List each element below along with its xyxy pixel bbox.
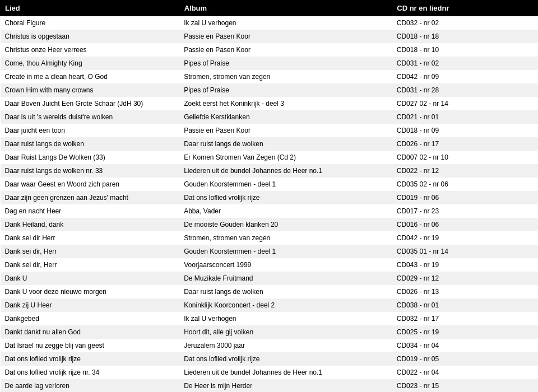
cell-album: Passie en Pasen Koor bbox=[179, 43, 392, 57]
cell-lied: Choral Figure bbox=[1, 16, 180, 30]
table-row: Daar ruist langs de wolkenDaar ruist lan… bbox=[1, 137, 538, 151]
cell-album: Zoekt eerst het Koninkrijk - deel 3 bbox=[179, 97, 392, 110]
cell-lied: Daar ruist langs de wolken bbox=[1, 137, 180, 151]
cell-lied: Dank U bbox=[1, 272, 180, 285]
table-row: Dank UDe Muzikale FruitmandCD029 - nr 12 bbox=[1, 272, 538, 285]
cell-lied: Dank Heiland, dank bbox=[1, 218, 180, 231]
cell-album: Daar ruist langs de wolken bbox=[179, 285, 392, 298]
cell-cd: CD018 - nr 18 bbox=[392, 30, 538, 43]
cell-cd: CD032 - nr 17 bbox=[392, 312, 538, 325]
table-row: Dat ons loflied vrolijk rijze nr. 34Lied… bbox=[1, 366, 538, 379]
cell-album: Dat ons loflied vrolijk rijze bbox=[179, 191, 392, 204]
cell-lied: Dank sei dir Herr bbox=[1, 231, 180, 245]
cell-cd: CD025 - nr 19 bbox=[392, 325, 538, 339]
cell-cd: CD018 - nr 10 bbox=[392, 43, 538, 57]
table-row: Daar Ruist Langs De Wolken (33)Er Komen … bbox=[1, 151, 538, 164]
cell-cd: CD007 02 - nr 10 bbox=[392, 151, 538, 164]
table-row: Dag en nacht HeerAbba, VaderCD017 - nr 2… bbox=[1, 204, 538, 218]
cell-cd: CD019 - nr 05 bbox=[392, 352, 538, 366]
cell-lied: Daar zijn geen grenzen aan Jezus' macht bbox=[1, 191, 180, 204]
cell-lied: Come, thou Almighty King bbox=[1, 57, 180, 70]
cell-lied: Dat Israel nu zegge blij van geest bbox=[1, 339, 180, 352]
table-row: Create in me a clean heart, O GodStromen… bbox=[1, 70, 538, 83]
cell-album: Abba, Vader bbox=[179, 204, 392, 218]
cell-cd: CD035 01 - nr 14 bbox=[392, 245, 538, 258]
header-lied: Lied bbox=[1, 1, 180, 16]
cell-cd: CD022 - nr 12 bbox=[392, 164, 538, 178]
header-album: Album bbox=[179, 1, 392, 16]
cell-lied: Dag en nacht Heer bbox=[1, 204, 180, 218]
cell-cd: CD043 - nr 19 bbox=[392, 258, 538, 272]
cell-album: Ik zal U verhogen bbox=[179, 312, 392, 325]
table-row: Daar ruist langs de wolken nr. 33Liedere… bbox=[1, 164, 538, 178]
table-row: Daar waar Geest en Woord zich parenGoude… bbox=[1, 178, 538, 191]
table-row: Daar Boven Juicht Een Grote Schaar (JdH … bbox=[1, 97, 538, 110]
cell-lied: Daar Boven Juicht Een Grote Schaar (JdH … bbox=[1, 97, 180, 110]
cell-album: De Muzikale Fruitmand bbox=[179, 272, 392, 285]
cell-lied: Dankt dankt nu allen God bbox=[1, 325, 180, 339]
cell-lied: Dank U voor deze nieuwe morgen bbox=[1, 285, 180, 298]
table-row: Daar juicht een toonPassie en Pasen Koor… bbox=[1, 124, 538, 137]
cell-album: Daar ruist langs de wolken bbox=[179, 137, 392, 151]
songs-table: Lied Album CD nr en liednr Choral Figure… bbox=[0, 0, 538, 392]
cell-cd: CD027 02 - nr 14 bbox=[392, 97, 538, 110]
table-row: Crown Him with many crownsPipes of Prais… bbox=[1, 83, 538, 97]
cell-lied: Daar Ruist Langs De Wolken (33) bbox=[1, 151, 180, 164]
cell-cd: CD042 - nr 09 bbox=[392, 70, 538, 83]
table-row: DankgebedIk zal U verhogenCD032 - nr 17 bbox=[1, 312, 538, 325]
table-row: Christus onze Heer verreesPassie en Pase… bbox=[1, 43, 538, 57]
cell-cd: CD032 - nr 02 bbox=[392, 16, 538, 30]
table-row: Christus is opgestaanPassie en Pasen Koo… bbox=[1, 30, 538, 43]
cell-cd: CD026 - nr 13 bbox=[392, 285, 538, 298]
cell-album: Koninklijk Koorconcert - deel 2 bbox=[179, 298, 392, 312]
cell-album: Liederen uit de bundel Johannes de Heer … bbox=[179, 164, 392, 178]
table-row: Dank sei dir HerrStromen, stromen van ze… bbox=[1, 231, 538, 245]
table-row: Choral FigureIk zal U verhogenCD032 - nr… bbox=[1, 16, 538, 30]
table-header-row: Lied Album CD nr en liednr bbox=[1, 1, 538, 16]
table-row: Dat Israel nu zegge blij van geestJeruza… bbox=[1, 339, 538, 352]
cell-lied: Christus onze Heer verrees bbox=[1, 43, 180, 57]
cell-lied: Dank zij U Heer bbox=[1, 298, 180, 312]
cell-album: Stromen, stromen van zegen bbox=[179, 70, 392, 83]
cell-lied: Daar ruist langs de wolken nr. 33 bbox=[1, 164, 180, 178]
cell-cd: CD038 - nr 01 bbox=[392, 298, 538, 312]
cell-album: Hoort dit, alle gij volken bbox=[179, 325, 392, 339]
cell-lied: Dat ons loflied vrolijk rijze bbox=[1, 352, 180, 366]
cell-album: De Heer is mijn Herder bbox=[179, 379, 392, 392]
cell-album: Dat ons loflied vrolijk rijze bbox=[179, 352, 392, 366]
cell-cd: CD031 - nr 28 bbox=[392, 83, 538, 97]
cell-album: Liederen uit de bundel Johannes de Heer … bbox=[179, 366, 392, 379]
cell-album: Stromen, stromen van zegen bbox=[179, 231, 392, 245]
header-cd: CD nr en liednr bbox=[392, 1, 538, 16]
cell-cd: CD019 - nr 06 bbox=[392, 191, 538, 204]
cell-album: Passie en Pasen Koor bbox=[179, 30, 392, 43]
cell-lied: Dankgebed bbox=[1, 312, 180, 325]
cell-lied: Daar juicht een toon bbox=[1, 124, 180, 137]
table-row: Come, thou Almighty KingPipes of PraiseC… bbox=[1, 57, 538, 70]
cell-cd: CD026 - nr 17 bbox=[392, 137, 538, 151]
cell-cd: CD029 - nr 12 bbox=[392, 272, 538, 285]
table-row: Daar zijn geen grenzen aan Jezus' machtD… bbox=[1, 191, 538, 204]
table-row: Dank Heiland, dankDe mooiste Gouden klan… bbox=[1, 218, 538, 231]
cell-album: Gouden Koorstemmen - deel 1 bbox=[179, 178, 392, 191]
cell-album: Gouden Koorstemmen - deel 1 bbox=[179, 245, 392, 258]
cell-lied: Create in me a clean heart, O God bbox=[1, 70, 180, 83]
table-row: De aarde lag verlorenDe Heer is mijn Her… bbox=[1, 379, 538, 392]
table-row: Dank sei dir, HerrGouden Koorstemmen - d… bbox=[1, 245, 538, 258]
cell-cd: CD018 - nr 09 bbox=[392, 124, 538, 137]
table-row: Dankt dankt nu allen GodHoort dit, alle … bbox=[1, 325, 538, 339]
cell-lied: Crown Him with many crowns bbox=[1, 83, 180, 97]
table-row: Dat ons loflied vrolijk rijzeDat ons lof… bbox=[1, 352, 538, 366]
cell-album: Pipes of Praise bbox=[179, 57, 392, 70]
cell-album: Geliefde Kerstklanken bbox=[179, 110, 392, 124]
cell-album: Ik zal U verhogen bbox=[179, 16, 392, 30]
cell-lied: Christus is opgestaan bbox=[1, 30, 180, 43]
cell-lied: Daar waar Geest en Woord zich paren bbox=[1, 178, 180, 191]
cell-lied: Dank sei dir, Herr bbox=[1, 245, 180, 258]
cell-cd: CD023 - nr 15 bbox=[392, 379, 538, 392]
table-row: Daar is uit 's werelds duist're wolkenGe… bbox=[1, 110, 538, 124]
cell-album: Pipes of Praise bbox=[179, 83, 392, 97]
cell-album: Voorjaarsconcert 1999 bbox=[179, 258, 392, 272]
table-row: Dank U voor deze nieuwe morgenDaar ruist… bbox=[1, 285, 538, 298]
cell-album: Er Komen Stromen Van Zegen (Cd 2) bbox=[179, 151, 392, 164]
